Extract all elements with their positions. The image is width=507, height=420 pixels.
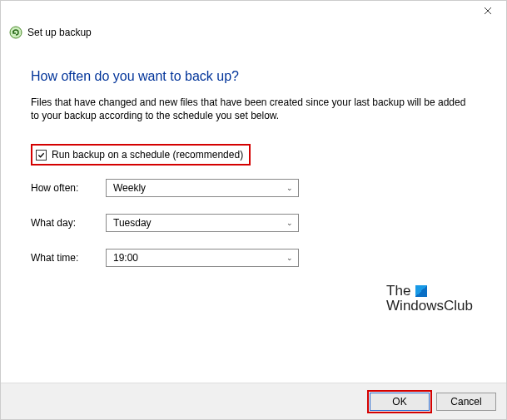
close-button[interactable] xyxy=(470,1,506,21)
what-day-row: What day: Tuesday ⌄ xyxy=(31,214,476,232)
what-day-select[interactable]: Tuesday ⌄ xyxy=(106,214,299,232)
what-time-select[interactable]: 19:00 ⌄ xyxy=(106,249,299,267)
watermark-line2: WindowsClub xyxy=(386,299,473,314)
description-text: Files that have changed and new files th… xyxy=(31,96,468,122)
chevron-down-icon: ⌄ xyxy=(286,219,293,227)
svg-point-2 xyxy=(10,27,22,38)
how-often-row: How often: Weekly ⌄ xyxy=(31,179,476,197)
content-area: How often do you want to back up? Files … xyxy=(1,39,506,267)
close-icon xyxy=(484,7,492,15)
watermark: The WindowsClub xyxy=(386,284,473,314)
what-time-row: What time: 19:00 ⌄ xyxy=(31,249,476,267)
schedule-checkbox-label: Run backup on a schedule (recommended) xyxy=(52,149,243,161)
check-icon xyxy=(37,151,45,159)
header: Set up backup xyxy=(1,24,506,39)
schedule-checkbox[interactable] xyxy=(36,150,47,161)
schedule-checkbox-row[interactable]: Run backup on a schedule (recommended) xyxy=(31,144,251,166)
chevron-down-icon: ⌄ xyxy=(286,254,293,262)
cancel-button[interactable]: Cancel xyxy=(436,393,496,411)
what-day-label: What day: xyxy=(31,217,106,229)
page-heading: How often do you want to back up? xyxy=(31,69,476,84)
watermark-logo-icon xyxy=(415,285,427,297)
ok-button[interactable]: OK xyxy=(370,393,430,411)
how-often-select[interactable]: Weekly ⌄ xyxy=(106,179,299,197)
watermark-line1: The xyxy=(386,284,410,299)
chevron-down-icon: ⌄ xyxy=(286,184,293,192)
backup-icon xyxy=(9,26,22,39)
what-day-value: Tuesday xyxy=(113,217,152,229)
titlebar xyxy=(1,1,506,24)
what-time-value: 19:00 xyxy=(113,252,138,264)
what-time-label: What time: xyxy=(31,252,106,264)
how-often-label: How often: xyxy=(31,182,106,194)
window-title: Set up backup xyxy=(27,27,92,38)
footer: OK Cancel xyxy=(1,383,506,419)
how-often-value: Weekly xyxy=(113,182,146,194)
